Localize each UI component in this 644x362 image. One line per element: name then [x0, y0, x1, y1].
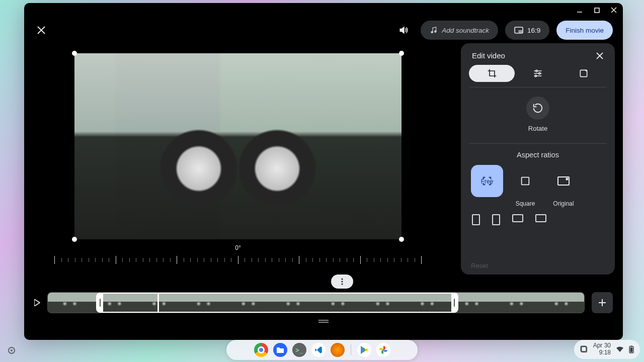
ruler-tick [129, 258, 130, 262]
close-editor-button[interactable] [34, 23, 48, 37]
square-icon [520, 175, 531, 187]
tray-date: Apr 30 [593, 342, 611, 349]
aspect-portrait[interactable] [472, 214, 480, 225]
aspect-landscape-2[interactable] [535, 214, 546, 222]
timeline[interactable] [47, 292, 585, 313]
panel-tabs [469, 65, 607, 87]
screenshot-icon [580, 345, 588, 353]
window-maximize-button[interactable] [592, 5, 602, 15]
add-soundtrack-button[interactable]: Add soundtrack [421, 21, 498, 40]
ruler-tick [177, 256, 177, 264]
panel-drag-handle[interactable] [318, 320, 329, 321]
aspect-square[interactable]: Square [509, 165, 541, 207]
crop-handle-bottom-left[interactable] [72, 237, 77, 242]
svg-point-20 [536, 70, 537, 71]
play-button[interactable] [34, 299, 40, 306]
aspect-ratio-button[interactable]: 16:9 [505, 21, 549, 40]
ruler-tick [340, 258, 340, 262]
ruler-tick [75, 258, 75, 262]
ruler-tick [326, 258, 327, 262]
ruler-tick [204, 258, 204, 262]
window-minimize-button[interactable] [575, 5, 585, 15]
panel-title: Edit video [472, 51, 505, 60]
ruler-tick [408, 258, 408, 262]
timeline-thumb [48, 293, 93, 313]
crop-icon [487, 68, 497, 78]
ruler-tick [170, 258, 171, 262]
svg-point-28 [566, 178, 568, 179]
system-tray[interactable]: Apr 30 9:18 [574, 340, 640, 359]
launcher-button[interactable] [8, 347, 15, 354]
svg-rect-26 [522, 177, 529, 185]
svg-point-24 [535, 75, 536, 76]
add-soundtrack-label: Add soundtrack [442, 27, 489, 34]
rotation-degree-label: 0° [74, 244, 401, 251]
ruler-tick [401, 258, 401, 262]
original-aspect-icon [557, 176, 570, 186]
ruler-tick [258, 258, 259, 262]
ruler-tick [367, 258, 367, 262]
ruler-tick [272, 258, 272, 262]
crop-handle-bottom-right[interactable] [399, 237, 404, 242]
clip-trim-right[interactable] [451, 294, 457, 312]
ruler-tick [285, 258, 286, 262]
play-store-icon[interactable] [357, 343, 371, 357]
sliders-icon [533, 68, 543, 78]
ruler-tick [231, 258, 231, 262]
aspect-landscape[interactable] [512, 214, 523, 222]
playhead[interactable] [157, 292, 159, 313]
video-preview[interactable] [74, 53, 401, 239]
volume-button[interactable] [393, 20, 414, 40]
aspect-free-label: Free [481, 178, 494, 185]
more-options-button[interactable] [331, 275, 353, 289]
aspect-free[interactable]: Free [471, 165, 503, 207]
timeline-thumb [539, 293, 584, 313]
chrome-icon[interactable] [254, 343, 268, 357]
ruler-tick [68, 258, 68, 262]
tab-effects[interactable] [561, 65, 607, 82]
files-icon[interactable] [273, 343, 287, 357]
ruler-tick [82, 258, 82, 262]
rotation-ruler[interactable] [54, 253, 422, 266]
add-clip-button[interactable] [592, 292, 613, 313]
clip-trim-left[interactable] [97, 294, 103, 312]
ruler-tick [312, 258, 313, 262]
ruler-tick [299, 256, 299, 264]
tab-adjust[interactable] [515, 65, 560, 82]
ruler-tick [184, 258, 184, 262]
window-close-button[interactable] [609, 5, 619, 15]
rotate-button[interactable] [526, 97, 549, 120]
editor-body: 0° [24, 43, 623, 340]
panel-close-button[interactable] [596, 52, 604, 60]
crop-handle-top-left[interactable] [72, 51, 77, 56]
aspect-square-label: Square [516, 200, 535, 207]
svg-point-11 [341, 278, 343, 280]
ruler-tick [224, 258, 225, 262]
terminal-icon[interactable]: >_ [292, 343, 306, 357]
clip-selection[interactable] [96, 293, 458, 313]
tray-time: 9:18 [599, 349, 611, 356]
aspect-ratios-title: Aspect ratios [469, 151, 607, 159]
tab-crop[interactable] [469, 65, 515, 82]
ruler-tick [347, 258, 347, 262]
reset-button[interactable]: Reset [471, 262, 488, 269]
photos-icon[interactable] [376, 343, 390, 357]
app-icon-1[interactable] [331, 343, 345, 357]
ruler-tick [54, 256, 55, 264]
window-titlebar [24, 3, 623, 17]
sparkle-icon [579, 68, 589, 78]
ruler-tick [319, 258, 320, 262]
finish-movie-button[interactable]: Finish movie [556, 21, 613, 40]
aspect-portrait-2[interactable] [492, 214, 500, 225]
ruler-tick [211, 258, 211, 262]
vscode-icon[interactable] [311, 343, 326, 357]
aspect-ratio-icon [514, 27, 523, 34]
svg-point-8 [435, 31, 436, 32]
aspect-original[interactable]: Original [547, 165, 580, 207]
edit-video-panel: Edit video [461, 43, 615, 275]
ruler-tick [245, 258, 245, 262]
ruler-tick [238, 256, 238, 264]
ruler-tick [360, 256, 361, 264]
crop-handle-top-right[interactable] [399, 51, 404, 56]
ruler-tick [394, 258, 394, 262]
